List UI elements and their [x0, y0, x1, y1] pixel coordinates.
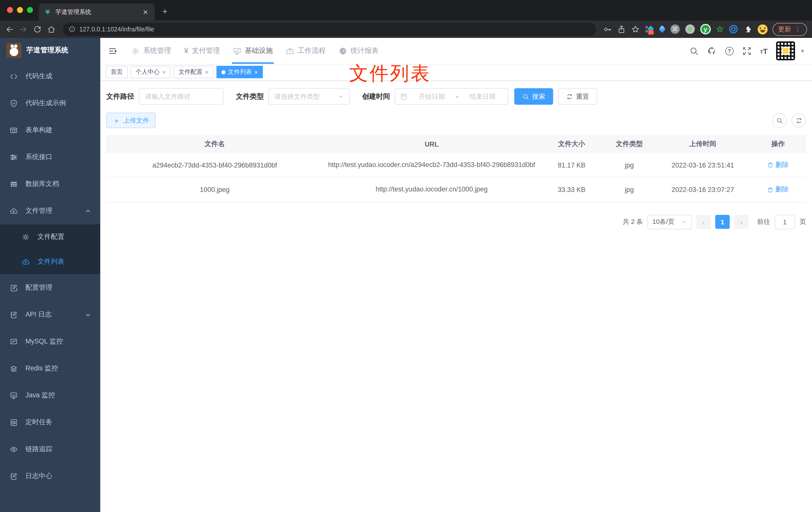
address-bar[interactable]: 127.0.0.1:1024/infra/file/file — [63, 23, 596, 36]
zoom-window-button[interactable] — [27, 7, 33, 13]
extensions-puzzle-icon[interactable] — [743, 25, 752, 34]
home-button[interactable] — [47, 25, 56, 34]
sidebar-item-log-center[interactable]: 日志中心 — [0, 463, 100, 489]
tag-file-list[interactable]: 文件列表 × — [216, 66, 263, 78]
back-button[interactable] — [5, 25, 14, 34]
sidebar-item-mysql-monitor[interactable]: MySQL 监控 — [0, 328, 100, 355]
chevron-down-icon — [682, 219, 687, 224]
end-date-placeholder[interactable]: 结束日期 — [462, 92, 503, 101]
goto-page-input[interactable] — [775, 215, 795, 229]
sidebar-item-redis-monitor[interactable]: Redis 监控 — [0, 355, 100, 382]
sidebar-item-scheduled-tasks[interactable]: 定时任务 — [0, 409, 100, 436]
window-controls — [7, 7, 33, 13]
sidebar-collapse-button[interactable] — [100, 46, 125, 56]
extension-star-icon[interactable]: ☆ — [716, 24, 724, 34]
cell-url: http://test.yudao.iocoder.cn/a294ecb2-73… — [323, 153, 540, 178]
share-icon[interactable] — [617, 25, 626, 34]
extension-gray-dot-icon[interactable] — [685, 24, 695, 34]
sidebar-item-java-monitor[interactable]: Java 监控 — [0, 382, 100, 409]
topnav-payment-management[interactable]: ¥ 支付管理 — [178, 38, 227, 64]
next-page-button[interactable]: › — [734, 215, 749, 229]
sidebar-item-code-generation[interactable]: 代码生成 — [0, 63, 100, 90]
font-size-icon[interactable]: TT — [760, 47, 768, 55]
sidebar-item-file-list[interactable]: 文件列表 — [0, 249, 100, 274]
search-icon — [522, 93, 529, 100]
sidebar-item-config-management[interactable]: 配置管理 — [0, 274, 100, 301]
github-icon[interactable] — [707, 46, 717, 56]
chart-line-icon — [9, 337, 18, 346]
topnav-statistics[interactable]: 统计报表 — [332, 38, 385, 64]
page-1-button[interactable]: 1 — [715, 215, 730, 229]
sliders-icon — [9, 153, 18, 161]
trash-icon — [767, 162, 774, 168]
password-key-icon[interactable] — [603, 25, 612, 34]
col-upload-time: 上传时间 — [656, 135, 750, 153]
page-size-select[interactable]: 10条/页 — [647, 215, 692, 229]
search-icon[interactable] — [689, 46, 699, 56]
refresh-icon — [795, 117, 802, 124]
cell-url: http://test.yudao.iocoder.cn/1000.jpeg — [323, 178, 540, 202]
tag-home[interactable]: 首页 — [106, 66, 128, 78]
sidebar-item-file-config[interactable]: 文件配置 — [0, 224, 100, 249]
refresh-table-button[interactable] — [791, 113, 806, 128]
prev-page-button[interactable]: ‹ — [696, 215, 711, 229]
sidebar-item-form-builder[interactable]: 表单构建 — [0, 117, 100, 144]
tag-close-icon[interactable]: × — [254, 68, 258, 76]
tag-profile[interactable]: 个人中心 × — [131, 66, 171, 78]
delete-button[interactable]: 删除 — [767, 160, 789, 170]
close-window-button[interactable] — [7, 7, 13, 13]
extension-diamond-icon[interactable]: 11 — [645, 25, 654, 34]
extension-eye-icon[interactable] — [729, 25, 738, 33]
sidebar-item-file-management[interactable]: 文件管理 — [0, 198, 100, 224]
new-tab-button[interactable]: ＋ — [161, 5, 169, 21]
goto-suffix: 页 — [800, 217, 806, 226]
reload-button[interactable] — [33, 25, 42, 34]
forward-button[interactable] — [19, 25, 28, 34]
sidebar-item-db-doc[interactable]: 数据库文档 — [0, 171, 100, 198]
topnav-infrastructure[interactable]: 基础设施 — [227, 38, 279, 64]
browser-update-button[interactable]: 更新 ⋮ — [773, 23, 807, 36]
start-date-placeholder[interactable]: 开始日期 — [411, 92, 452, 101]
file-path-input[interactable] — [139, 88, 224, 105]
file-management-submenu: 文件配置 文件列表 — [0, 224, 100, 274]
search-button[interactable]: 搜索 — [514, 88, 553, 105]
help-icon[interactable]: ? — [725, 47, 734, 55]
topnav-workflow[interactable]: 工作流程 — [279, 38, 332, 64]
sidebar-item-tracing[interactable]: 链路追踪 — [0, 436, 100, 463]
file-type-select[interactable]: 请选择文件类型 — [268, 88, 350, 105]
extension-command-icon[interactable]: ⌘ — [670, 24, 680, 34]
bookmark-star-icon[interactable] — [631, 25, 640, 34]
tag-close-icon[interactable]: × — [162, 68, 166, 76]
cell-upload-time: 2022-03-16 23:07:27 — [656, 178, 750, 202]
active-tag-dot — [222, 70, 226, 74]
delete-button[interactable]: 删除 — [767, 185, 789, 194]
reset-button[interactable]: 重置 — [558, 88, 597, 105]
fullscreen-icon[interactable] — [742, 46, 752, 56]
user-avatar-qr[interactable] — [776, 41, 795, 60]
extension-gem-icon[interactable] — [658, 25, 666, 33]
upload-file-button[interactable]: ＋ 上传文件 — [106, 113, 155, 128]
sidebar-item-system-api[interactable]: 系统接口 — [0, 144, 100, 171]
date-separator: - — [456, 93, 458, 100]
browser-menu-icon[interactable]: ⋮ — [794, 25, 802, 33]
topnav-system-management[interactable]: 系统管理 — [125, 38, 178, 64]
extension-y-icon[interactable]: y — [700, 24, 711, 34]
show-search-toggle-button[interactable] — [772, 113, 787, 128]
avatar-caret-icon[interactable]: ▼ — [800, 48, 805, 54]
site-info-icon[interactable] — [69, 26, 75, 32]
extensions-row: 11 ⌘ y ☆ — [645, 24, 768, 34]
tab-close-icon[interactable]: ✕ — [141, 8, 150, 16]
schedule-clock-icon — [9, 418, 18, 426]
create-time-label: 创建时间 — [362, 92, 390, 101]
date-range-picker[interactable]: 开始日期 - 结束日期 — [395, 88, 508, 105]
tag-file-config[interactable]: 文件配置 × — [174, 66, 213, 78]
profile-emoji-avatar[interactable] — [758, 24, 767, 34]
sidebar-item-code-gen-example[interactable]: 代码生成示例 — [0, 90, 100, 117]
minimize-window-button[interactable] — [17, 7, 23, 13]
refresh-icon — [566, 93, 573, 100]
sidebar-item-api-log[interactable]: API 日志 — [0, 301, 100, 328]
red-annotation-text: 文件列表 — [349, 61, 431, 86]
tag-close-icon[interactable]: × — [205, 68, 208, 76]
log-center-icon — [9, 472, 18, 480]
browser-tab[interactable]: 芋道管理系统 ✕ — [39, 3, 155, 21]
